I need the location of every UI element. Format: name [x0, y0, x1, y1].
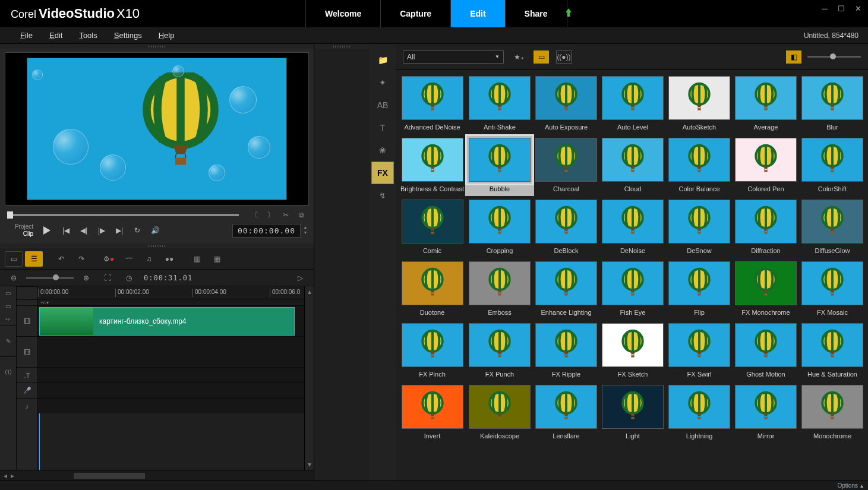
- effect-item[interactable]: AutoSketch: [668, 76, 730, 131]
- show-audio-icon[interactable]: ((●)): [556, 50, 572, 64]
- effect-item[interactable]: FX Pinch: [400, 323, 464, 378]
- scroll-up-icon[interactable]: ▴: [305, 286, 314, 297]
- auto-music-button[interactable]: ♫: [140, 251, 158, 267]
- voice-track-head[interactable]: 🎤: [17, 382, 37, 398]
- redo-button[interactable]: ↷: [72, 251, 90, 267]
- maximize-button[interactable]: ☐: [836, 4, 847, 13]
- graphic-icon[interactable]: T: [370, 116, 396, 139]
- go-end-button[interactable]: ▶|: [112, 223, 127, 238]
- music-track-head[interactable]: ♪: [17, 398, 37, 413]
- panel-grip[interactable]: [314, 44, 370, 49]
- effect-item[interactable]: DeBlock: [535, 200, 597, 254]
- effect-item[interactable]: FX Monochrome: [735, 261, 797, 316]
- video-track-head[interactable]: 🎞: [17, 305, 37, 336]
- effect-item[interactable]: Brightness & Contrast: [400, 138, 464, 192]
- options-link[interactable]: Options: [838, 482, 858, 489]
- effect-item[interactable]: Anti-Shake: [469, 76, 531, 131]
- title-icon[interactable]: AB: [370, 94, 396, 116]
- effect-item[interactable]: Charcoal: [535, 138, 597, 192]
- numeric-track-icon[interactable]: ⑴: [0, 356, 16, 387]
- effect-item[interactable]: FX Mosaic: [801, 261, 863, 316]
- preview-timecode[interactable]: 00:00:00.00: [232, 224, 301, 238]
- storyboard-view-button[interactable]: ▭: [5, 251, 23, 267]
- timeline-view-button[interactable]: ☰: [25, 251, 43, 267]
- effect-item[interactable]: Mirror: [735, 385, 797, 440]
- menu-settings[interactable]: Settings: [106, 29, 150, 42]
- effect-item[interactable]: Auto Exposure: [535, 76, 597, 131]
- main-tab-edit[interactable]: Edit: [450, 0, 505, 27]
- zoom-in-button[interactable]: ⊕: [77, 270, 95, 286]
- zoom-out-button[interactable]: ⊖: [5, 270, 23, 286]
- transition-icon[interactable]: ✦: [370, 71, 396, 94]
- effect-item[interactable]: FX Sketch: [602, 323, 664, 378]
- mode-clip[interactable]: Clip: [5, 230, 33, 238]
- video-track[interactable]: картинг-близко_сбоку.mp4: [38, 305, 304, 336]
- effect-item[interactable]: Flip: [668, 261, 730, 316]
- effect-item[interactable]: FX Punch: [469, 323, 531, 378]
- effect-item[interactable]: Cloud: [602, 138, 664, 192]
- preview-mode-label[interactable]: Project Clip: [5, 223, 36, 238]
- show-video-icon[interactable]: ▭: [534, 50, 549, 64]
- effect-item[interactable]: FX Swirl: [668, 323, 730, 378]
- effect-item[interactable]: Enhance Lighting: [535, 261, 597, 316]
- effect-item[interactable]: ColorShift: [801, 138, 863, 192]
- timecode-spinner[interactable]: ▲▼: [302, 225, 309, 236]
- upload-icon[interactable]: [560, 7, 577, 18]
- effect-item[interactable]: FX Ripple: [535, 323, 597, 378]
- path-icon[interactable]: ↯: [370, 184, 396, 207]
- ruler-sub[interactable]: +/-▾: [38, 299, 304, 305]
- grid-button[interactable]: ▦: [208, 251, 226, 267]
- fit-project-button[interactable]: ⛶: [99, 270, 116, 286]
- music-track[interactable]: [38, 398, 304, 413]
- chevron-up-icon[interactable]: ▴: [860, 482, 863, 489]
- main-tab-welcome[interactable]: Welcome: [305, 0, 381, 27]
- media-icon[interactable]: 📁: [370, 49, 396, 71]
- menu-help[interactable]: Help: [150, 29, 183, 42]
- filter-icon[interactable]: ❀: [370, 139, 396, 162]
- audio-mixer-button[interactable]: 〰: [120, 251, 138, 267]
- effect-item[interactable]: Kaleidoscope: [469, 385, 531, 440]
- favorite-add-icon[interactable]: ★₊: [511, 50, 526, 64]
- effect-item[interactable]: DeNoise: [602, 200, 664, 254]
- thumbnail-size-slider[interactable]: [807, 56, 861, 58]
- effect-item[interactable]: Hue & Saturation: [801, 323, 863, 378]
- effect-item[interactable]: Bubble: [465, 134, 534, 196]
- tracks-button[interactable]: ▥: [188, 251, 206, 267]
- record-button[interactable]: ⚙●: [100, 251, 118, 267]
- menu-edit[interactable]: Edit: [41, 29, 71, 42]
- effect-item[interactable]: Advanced DeNoise: [400, 76, 464, 131]
- panel-grip[interactable]: [0, 244, 314, 248]
- split-icon[interactable]: ✂: [280, 210, 291, 220]
- plus-minus-icon[interactable]: +/-: [0, 312, 16, 325]
- close-button[interactable]: ✕: [853, 4, 863, 13]
- fx-icon[interactable]: FX: [371, 162, 394, 184]
- step-fwd-button[interactable]: |▶: [94, 223, 109, 238]
- title-track[interactable]: [38, 367, 304, 382]
- go-start-button[interactable]: |◀: [58, 223, 74, 238]
- main-tab-share[interactable]: Share: [505, 0, 567, 27]
- menu-file[interactable]: File: [12, 29, 41, 42]
- effect-item[interactable]: Light: [602, 385, 664, 440]
- scrub-track[interactable]: [7, 214, 239, 216]
- effect-item[interactable]: Monochrome: [801, 385, 863, 440]
- effect-item[interactable]: Auto Level: [602, 76, 664, 131]
- effect-item[interactable]: Duotone: [400, 261, 464, 316]
- main-tab-capture[interactable]: Capture: [380, 0, 451, 27]
- effect-item[interactable]: Invert: [400, 385, 464, 440]
- storyboard-icon[interactable]: ▭: [0, 286, 16, 299]
- thumbnail-view-icon[interactable]: ◧: [786, 50, 801, 64]
- storyboard-plus-icon[interactable]: ▭: [0, 299, 16, 312]
- timeline-scroll-horizontal[interactable]: ◂▸: [0, 470, 314, 480]
- category-combo[interactable]: All ▼: [403, 50, 504, 64]
- effect-item[interactable]: Comic: [400, 200, 464, 254]
- effect-item[interactable]: DiffuseGlow: [801, 200, 863, 254]
- video-clip[interactable]: картинг-близко_сбоку.mp4: [39, 307, 295, 336]
- timeline-scroll-vertical[interactable]: ▴ ▾: [304, 286, 314, 470]
- loop-button[interactable]: ↻: [130, 223, 145, 238]
- tracks-area[interactable]: картинг-близко_сбоку.mp4: [38, 305, 304, 470]
- title-track-head[interactable]: .T: [17, 367, 37, 382]
- scrub-handle[interactable]: [7, 211, 13, 219]
- play-button[interactable]: [38, 223, 56, 238]
- mark-out-icon[interactable]: 〕: [265, 210, 276, 220]
- undo-button[interactable]: ↶: [52, 251, 70, 267]
